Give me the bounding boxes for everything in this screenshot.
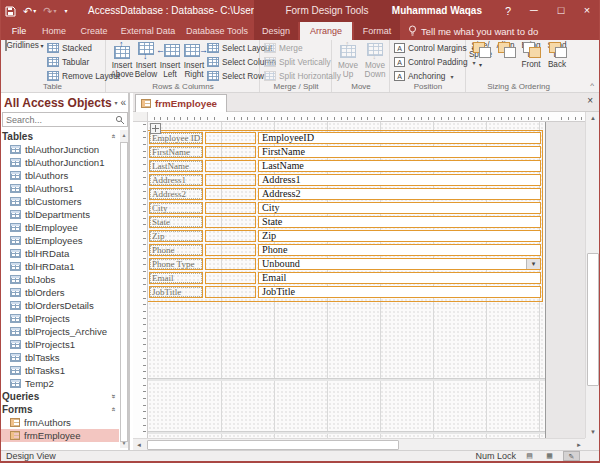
collapse-section-icon[interactable]: « xyxy=(108,134,117,138)
document-tab-frmEmployee[interactable]: frmEmployee xyxy=(135,94,227,112)
customize-qat-icon[interactable]: ▾ xyxy=(63,0,67,22)
nav-table-item[interactable]: tblEmployees xyxy=(0,234,119,247)
help-button[interactable]: ? xyxy=(498,0,518,22)
ribbon-small-button[interactable]: Select Layout xyxy=(207,41,259,55)
field-control[interactable]: Zip xyxy=(258,230,541,242)
layout-spacer-cell[interactable] xyxy=(205,146,256,158)
align-button[interactable]: Align xyxy=(493,41,518,85)
nav-pane-menu-icon[interactable]: ▾ xyxy=(115,99,118,106)
collapse-ribbon-icon[interactable]: ^ xyxy=(590,81,594,90)
tab-external-data[interactable]: External Data xyxy=(116,22,180,40)
ribbon-small-button[interactable]: A Control Padding xyxy=(394,55,464,69)
layout-spacer-cell[interactable] xyxy=(205,160,256,172)
field-label[interactable]: Zip xyxy=(149,230,203,242)
layout-spacer-cell[interactable] xyxy=(205,230,256,242)
insert-above-button[interactable]: ↑ InsertAbove xyxy=(110,41,134,85)
ribbon-small-button[interactable]: A Control Margins xyxy=(394,41,464,55)
nav-table-item[interactable]: tblTasks1 xyxy=(0,364,119,377)
layout-spacer-cell[interactable] xyxy=(205,258,256,270)
layout-spacer-cell[interactable] xyxy=(205,272,256,284)
nav-pane-header[interactable]: All Access Objects ▾ « xyxy=(4,94,126,111)
form-design-grid[interactable]: Employee ID EmployeeID FirstName FirstNa… xyxy=(148,122,546,438)
user-name[interactable]: Muhammad Waqas xyxy=(392,0,482,22)
datasheet-view-button[interactable]: ▦ xyxy=(541,451,558,461)
nav-table-item[interactable]: tblDepartments xyxy=(0,208,119,221)
field-control[interactable]: Unbound xyxy=(258,258,541,270)
nav-table-item[interactable]: tblProjects_Archive xyxy=(0,325,119,338)
layout-spacer-cell[interactable] xyxy=(205,132,256,144)
save-icon[interactable] xyxy=(5,6,16,17)
layout-spacer-cell[interactable] xyxy=(205,188,256,200)
close-button[interactable]: × xyxy=(575,0,599,22)
insert-right-button[interactable]: → InsertRight xyxy=(182,41,206,85)
field-label[interactable]: Phone Type xyxy=(149,258,203,270)
field-label[interactable]: Address1 xyxy=(149,174,203,186)
send-to-back-button[interactable]: Sendto Back xyxy=(544,41,570,85)
field-control[interactable]: FirstName xyxy=(258,146,541,158)
layout-spacer-cell[interactable] xyxy=(205,216,256,228)
field-control[interactable]: JobTitle xyxy=(258,286,541,298)
scrollbar-thumb[interactable] xyxy=(120,142,128,442)
nav-table-item[interactable]: tblAuthors1 xyxy=(0,182,119,195)
scroll-up-icon[interactable]: ▲ xyxy=(120,130,128,140)
nav-table-item[interactable]: tblOrders xyxy=(0,286,119,299)
field-label[interactable]: JobTitle xyxy=(149,286,203,298)
gridlines-button[interactable]: Gridlines xyxy=(2,41,46,85)
field-control[interactable]: Phone xyxy=(258,244,541,256)
field-label[interactable]: Email xyxy=(149,272,203,284)
nav-table-item[interactable]: tblHRData xyxy=(0,247,119,260)
nav-table-item[interactable]: tblProjects1 xyxy=(0,338,119,351)
layout-spacer-cell[interactable] xyxy=(205,286,256,298)
layout-move-handle[interactable] xyxy=(150,123,161,134)
field-control[interactable]: State xyxy=(258,216,541,228)
field-label[interactable]: City xyxy=(149,202,203,214)
field-control[interactable]: Email xyxy=(258,272,541,284)
ribbon-small-button[interactable]: Tabular xyxy=(47,55,105,69)
ribbon-small-button[interactable]: Stacked xyxy=(47,41,105,55)
size-space-button[interactable]: Size/Space xyxy=(468,41,493,85)
search-box[interactable] xyxy=(2,112,128,127)
layout-spacer-cell[interactable] xyxy=(205,244,256,256)
minimize-button[interactable]: ─ xyxy=(521,0,547,22)
form-view-button[interactable]: ▤ xyxy=(521,451,538,461)
nav-table-item[interactable]: tblAuthorJunction1 xyxy=(0,156,119,169)
horizontal-scrollbar[interactable]: ◄ ► xyxy=(133,438,585,450)
nav-table-item[interactable]: tblAuthorJunction xyxy=(0,143,119,156)
maximize-button[interactable]: □ xyxy=(548,0,574,22)
tab-arrange[interactable]: Arrange xyxy=(300,22,352,40)
insert-left-button[interactable]: ← InsertLeft xyxy=(158,41,182,85)
field-control[interactable]: EmployeeID xyxy=(258,132,541,144)
collapse-section-icon[interactable]: « xyxy=(108,407,117,411)
field-label[interactable]: Address2 xyxy=(149,188,203,200)
scroll-down-icon[interactable]: ▼ xyxy=(120,438,128,448)
scrollbar-thumb[interactable] xyxy=(147,440,399,450)
expand-section-icon[interactable]: » xyxy=(108,394,117,398)
design-view-button[interactable]: ✎ xyxy=(563,451,580,461)
bring-to-front-button[interactable]: Bringto Front xyxy=(518,41,544,85)
insert-below-button[interactable]: ↓ InsertBelow xyxy=(134,41,158,85)
search-input[interactable] xyxy=(3,115,115,125)
nav-table-item[interactable]: tblProjects xyxy=(0,312,119,325)
field-control[interactable]: Address2 xyxy=(258,188,541,200)
scroll-down-icon[interactable]: ▼ xyxy=(586,426,600,438)
ribbon-small-button[interactable]: Select Row xyxy=(207,69,259,83)
shutter-bar-close-icon[interactable]: « xyxy=(120,97,126,108)
field-label[interactable]: FirstName xyxy=(149,146,203,158)
scrollbar-thumb[interactable] xyxy=(587,253,599,386)
nav-table-item[interactable]: Temp2 xyxy=(0,377,119,390)
nav-table-item[interactable]: tblCustomers xyxy=(0,195,119,208)
nav-table-item[interactable]: tblAuthors xyxy=(0,169,119,182)
field-label[interactable]: LastName xyxy=(149,160,203,172)
layout-spacer-cell[interactable] xyxy=(205,202,256,214)
nav-table-item[interactable]: tblJobs xyxy=(0,273,119,286)
nav-table-item[interactable]: tblHRData1 xyxy=(0,260,119,273)
field-label[interactable]: State xyxy=(149,216,203,228)
close-object-icon[interactable]: × xyxy=(587,95,593,106)
nav-form-item[interactable]: frmAuthors xyxy=(0,416,119,429)
tab-home[interactable]: Home xyxy=(36,22,72,40)
search-icon[interactable] xyxy=(115,115,125,125)
field-control[interactable]: LastName xyxy=(258,160,541,172)
scroll-up-icon[interactable]: ▲ xyxy=(586,112,600,124)
layout-spacer-cell[interactable] xyxy=(205,174,256,186)
ribbon-small-button[interactable]: Select Column xyxy=(207,55,259,69)
